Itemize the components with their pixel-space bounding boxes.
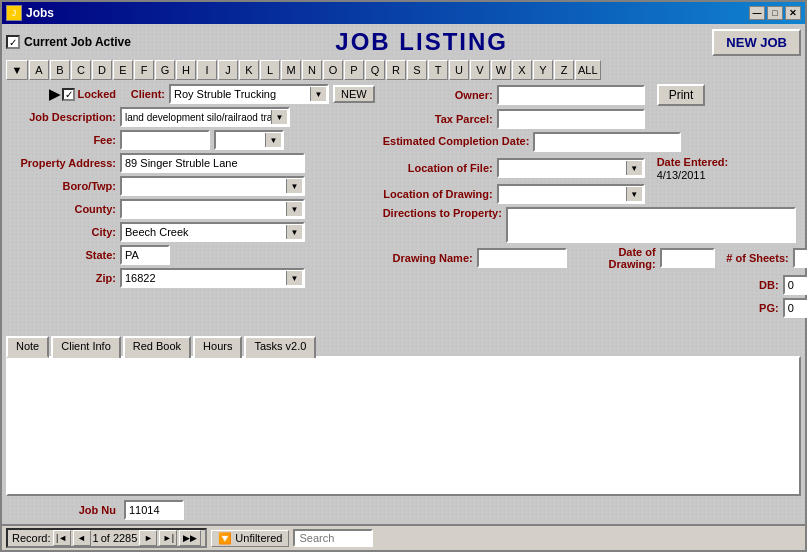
county-dropdown[interactable]: ▼ [120,199,305,219]
state-input[interactable] [120,245,170,265]
client-new-button[interactable]: NEW [333,85,375,103]
alpha-all[interactable]: ALL [575,60,601,80]
client-dropdown-arrow[interactable]: ▼ [310,87,326,101]
alpha-k[interactable]: K [239,60,259,80]
fee-type-dropdown[interactable]: ▼ [214,130,284,150]
est-completion-row: Estimated Completion Date: [383,132,807,152]
alpha-p[interactable]: P [344,60,364,80]
city-label: City: [6,226,116,238]
boro-twp-arrow[interactable]: ▼ [286,179,302,193]
new-job-button[interactable]: NEW JOB [712,29,801,56]
client-dropdown[interactable]: Roy Struble Trucking ▼ [169,84,329,104]
city-arrow[interactable]: ▼ [286,225,302,239]
property-address-input[interactable] [120,153,305,173]
pg-input[interactable] [783,298,807,318]
alpha-y[interactable]: Y [533,60,553,80]
search-input[interactable] [293,529,373,547]
alpha-f[interactable]: F [134,60,154,80]
drawing-row: Drawing Name: Date of Drawing: # of Shee… [383,246,807,270]
unfiltered-button[interactable]: 🔽 Unfiltered [211,530,289,547]
zip-row: Zip: 16822 ▼ [6,268,375,288]
city-value: Beech Creek [123,226,286,238]
record-section: Record: |◄ ◄ 1 of 2285 ► ►| ▶▶ [6,528,207,548]
date-drawing-label: Date of Drawing: [571,246,656,270]
alpha-x[interactable]: X [512,60,532,80]
filter-icon: 🔽 [218,532,232,545]
tax-parcel-input[interactable] [497,109,645,129]
alpha-c[interactable]: C [71,60,91,80]
location-file-arrow[interactable]: ▼ [626,161,642,175]
minimize-button[interactable]: — [749,6,765,20]
tab-client-info[interactable]: Client Info [51,336,121,358]
locked-checkbox[interactable] [62,88,75,101]
tab-hours[interactable]: Hours [193,336,242,358]
sheets-label: # of Sheets: [719,252,789,264]
alpha-e[interactable]: E [113,60,133,80]
fee-type-arrow[interactable]: ▼ [265,133,281,147]
db-input[interactable] [783,275,807,295]
tab-tasks[interactable]: Tasks v2.0 [244,336,316,358]
job-num-input[interactable] [124,500,184,520]
alpha-u[interactable]: U [449,60,469,80]
job-desc-row: Job Description: land development silo/r… [6,107,375,127]
extra-nav-button[interactable]: ▶▶ [179,530,201,546]
alpha-t[interactable]: T [428,60,448,80]
zip-dropdown[interactable]: 16822 ▼ [120,268,305,288]
alpha-v[interactable]: V [470,60,490,80]
alpha-a[interactable]: A [29,60,49,80]
alpha-g[interactable]: G [155,60,175,80]
alpha-s[interactable]: S [407,60,427,80]
window-controls: — □ ✕ [749,6,801,20]
location-drawing-dropdown[interactable]: ▼ [497,184,645,204]
print-button[interactable]: Print [657,84,706,106]
right-panel: Owner: Print Tax Parcel: Estimated Compl… [383,84,807,328]
drawing-name-input[interactable] [477,248,567,268]
tax-parcel-row: Tax Parcel: [383,109,807,129]
location-drawing-arrow[interactable]: ▼ [626,187,642,201]
alpha-b[interactable]: B [50,60,70,80]
alpha-h[interactable]: H [176,60,196,80]
close-button[interactable]: ✕ [785,6,801,20]
first-record-button[interactable]: |◄ [53,530,71,546]
alpha-l[interactable]: L [260,60,280,80]
alpha-z[interactable]: Z [554,60,574,80]
last-record-button[interactable]: ►| [159,530,177,546]
zip-arrow[interactable]: ▼ [286,271,302,285]
record-label: Record: [12,532,51,544]
bottom-section: Job Nu [6,500,801,520]
alpha-w[interactable]: W [491,60,511,80]
alpha-d[interactable]: D [92,60,112,80]
current-job-checkbox[interactable] [6,35,20,49]
alpha-dropdown[interactable]: ▼ [6,60,28,80]
date-drawing-input[interactable] [660,248,715,268]
tab-red-book[interactable]: Red Book [123,336,191,358]
location-drawing-row: Location of Drawing: ▼ [383,184,807,204]
sheets-input[interactable] [793,248,807,268]
alpha-q[interactable]: Q [365,60,385,80]
job-desc-dropdown[interactable]: land development silo/railraod tra ▼ [120,107,290,127]
job-desc-dropdown-arrow[interactable]: ▼ [271,110,287,124]
alpha-n[interactable]: N [302,60,322,80]
county-arrow[interactable]: ▼ [286,202,302,216]
maximize-button[interactable]: □ [767,6,783,20]
tab-note[interactable]: Note [6,336,49,358]
prev-record-button[interactable]: ◄ [73,530,91,546]
boro-twp-dropdown[interactable]: ▼ [120,176,305,196]
alpha-j[interactable]: J [218,60,238,80]
note-textarea[interactable] [12,362,795,490]
location-file-dropdown[interactable]: ▼ [497,158,645,178]
app-icon: J [6,5,22,21]
directions-textarea[interactable] [506,207,796,243]
alpha-i[interactable]: I [197,60,217,80]
status-bar: Record: |◄ ◄ 1 of 2285 ► ►| ▶▶ 🔽 Unfilte… [2,524,805,550]
est-completion-input[interactable] [533,132,681,152]
db-label: DB: [759,279,779,291]
next-record-button[interactable]: ► [139,530,157,546]
fee-input[interactable] [120,130,210,150]
city-dropdown[interactable]: Beech Creek ▼ [120,222,305,242]
alpha-m[interactable]: M [281,60,301,80]
tax-parcel-label: Tax Parcel: [383,113,493,125]
alpha-o[interactable]: O [323,60,343,80]
owner-input[interactable] [497,85,645,105]
alpha-r[interactable]: R [386,60,406,80]
